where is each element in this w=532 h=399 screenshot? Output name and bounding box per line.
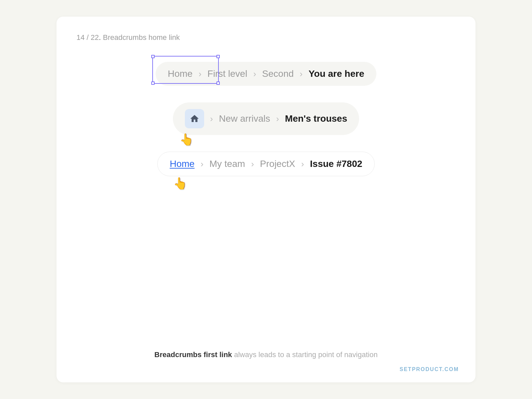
chevron-2: ›: [253, 69, 256, 78]
cursor-pointer-1: 👆: [180, 134, 194, 145]
bc2-item2[interactable]: New arrivals: [219, 113, 270, 124]
brand-label: SETPRODUCT.COM: [400, 366, 459, 372]
footer-rest: always leads to a starting point of navi…: [232, 350, 378, 359]
breadcrumb-3-wrapper: Home › My team › ProjectX › Issue #7802 …: [157, 152, 374, 176]
slide-total: 22: [91, 33, 99, 42]
home-icon: [190, 114, 200, 124]
bc3-item1[interactable]: Home: [170, 159, 195, 169]
breadcrumb-1-wrapper: Home › First level › Second › You are he…: [156, 62, 376, 86]
chevron-6: ›: [200, 160, 203, 168]
bc2-item3: Men's trouses: [285, 113, 347, 124]
breadcrumb-1: Home › First level › Second › You are he…: [156, 62, 376, 86]
chevron-8: ›: [301, 160, 304, 168]
breadcrumb-2-wrapper: › New arrivals › Men's trouses 👆: [173, 102, 359, 135]
slide-counter: 14 / 22. Breadcrumbs home link: [76, 33, 456, 42]
handle-br: [216, 81, 220, 85]
slide-title: Breadcrumbs home link: [103, 33, 180, 42]
chevron-4: ›: [210, 114, 213, 123]
breadcrumb-3: Home › My team › ProjectX › Issue #7802: [157, 152, 374, 176]
handle-tl: [151, 55, 155, 58]
handle-tr: [216, 55, 220, 58]
handle-bl: [151, 81, 155, 85]
footer-note: Breadcrumbs first link always leads to a…: [57, 350, 475, 359]
bc1-item1[interactable]: Home: [168, 68, 193, 79]
chevron-5: ›: [276, 114, 279, 123]
slide-separator: /: [87, 33, 91, 42]
bc3-item3[interactable]: ProjectX: [260, 159, 295, 169]
bc1-item2[interactable]: First level: [207, 68, 247, 79]
bc1-item3[interactable]: Second: [262, 68, 294, 79]
slide-number: 14: [76, 33, 84, 42]
cursor-pointer-2: 👆: [173, 178, 187, 189]
footer-bold: Breadcrumbs first link: [154, 350, 232, 359]
bc3-item4: Issue #7802: [310, 159, 362, 169]
home-icon-button[interactable]: [185, 109, 204, 128]
chevron-1: ›: [199, 69, 201, 78]
chevron-7: ›: [251, 160, 254, 168]
breadcrumbs-container: Home › First level › Second › You are he…: [76, 62, 456, 176]
bc1-item4: You are here: [309, 68, 364, 79]
breadcrumb-2: › New arrivals › Men's trouses: [173, 102, 359, 135]
bc3-item2[interactable]: My team: [209, 159, 245, 169]
main-card: 14 / 22. Breadcrumbs home link Home › Fi…: [57, 17, 475, 382]
chevron-3: ›: [300, 69, 303, 78]
